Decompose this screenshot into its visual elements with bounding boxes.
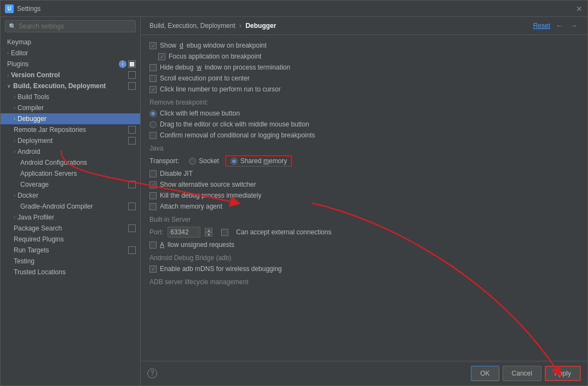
transport-row: Transport: Socket Shared memory	[149, 155, 579, 166]
sidebar-item-keymap[interactable]: Keymap	[1, 37, 140, 48]
sidebar-item-label: Debugger	[18, 115, 47, 123]
deploy-badges	[128, 137, 136, 145]
sidebar-item-label: Version Control	[11, 71, 60, 79]
settings-badge	[128, 82, 136, 90]
ok-button[interactable]: OK	[471, 366, 499, 381]
sidebar: 🔍 Keymap › Editor Plugins i ⬜	[1, 17, 141, 385]
checkbox-attach-memory[interactable]	[149, 203, 157, 210]
checkbox-show-debug-window[interactable]	[149, 42, 157, 49]
reset-link[interactable]: Reset	[533, 22, 550, 30]
settings-badge	[128, 246, 136, 254]
sidebar-item-plugins[interactable]: Plugins i ⬜	[1, 59, 140, 70]
checkbox-click-line-number[interactable]	[149, 86, 157, 93]
checkbox-hide-debug-window[interactable]	[149, 64, 157, 71]
sidebar-item-required-plugins[interactable]: Required Plugins	[1, 234, 140, 245]
transport-option-shared-memory[interactable]: Shared memory	[226, 155, 292, 166]
checkbox-kill-debug[interactable]	[149, 192, 157, 199]
sidebar-item-version-control[interactable]: › Version Control	[1, 70, 140, 80]
checkbox-disable-jit[interactable]	[149, 170, 157, 177]
run-badges	[128, 246, 136, 254]
transport-label: Transport:	[149, 157, 179, 165]
sidebar-item-compiler[interactable]: › Compiler	[1, 102, 140, 113]
sidebar-item-label: Android	[18, 148, 40, 155]
checkbox-confirm-removal[interactable]	[149, 132, 157, 139]
sidebar-item-build-execution[interactable]: ∨ Build, Execution, Deployment	[1, 80, 140, 91]
cancel-button[interactable]: Cancel	[503, 366, 541, 381]
label-confirm-removal: Confirm removal of conditional or loggin…	[160, 131, 315, 139]
sidebar-item-remote-jar[interactable]: Remote Jar Repositories	[1, 124, 140, 135]
label-attach-memory: Attach memory agent	[160, 203, 222, 210]
breadcrumb-separator: ›	[239, 22, 243, 30]
settings-badge	[128, 71, 136, 79]
forward-button[interactable]: →	[569, 21, 579, 30]
sidebar-item-trusted-locations[interactable]: Trusted Locations	[1, 267, 140, 278]
setting-focus-app: Focus application on breakpoint	[149, 53, 579, 60]
settings-badge	[128, 224, 136, 232]
radio-shared-memory[interactable]	[230, 158, 238, 165]
port-input[interactable]	[168, 227, 200, 238]
label-show-debug-window: Show debug window on breakpoint	[160, 42, 267, 49]
checkbox-scroll-execution[interactable]	[149, 75, 157, 82]
close-button[interactable]: ✕	[575, 5, 583, 13]
sidebar-item-testing[interactable]: Testing	[1, 256, 140, 267]
setting-scroll-execution: Scroll execution point to center	[149, 74, 579, 82]
bed-badges	[128, 82, 136, 90]
checkbox-external-connections[interactable]	[221, 229, 228, 236]
setting-click-line-number: Click line number to perform run to curs…	[149, 85, 579, 93]
sidebar-item-label: Remote Jar Repositories	[14, 126, 86, 134]
checkbox-show-alt-source[interactable]	[149, 181, 157, 188]
footer-buttons: OK Cancel Apply	[471, 366, 581, 381]
checkbox-allow-unsigned[interactable]	[149, 241, 157, 249]
sidebar-item-label: Build Tools	[18, 93, 49, 101]
sidebar-item-build-tools[interactable]: › Build Tools	[1, 91, 140, 102]
breadcrumb-bar: Build, Execution, Deployment › Debugger …	[141, 17, 587, 35]
label-click-line-number: Click line number to perform run to curs…	[160, 85, 281, 93]
main-content: Build, Execution, Deployment › Debugger …	[141, 17, 587, 385]
apply-button[interactable]: Apply	[545, 366, 581, 381]
settings-badge	[128, 181, 136, 188]
checkbox-focus-app[interactable]	[158, 53, 165, 60]
sidebar-item-editor[interactable]: › Editor	[1, 48, 140, 59]
sidebar-item-package-search[interactable]: Package Search	[1, 223, 140, 234]
sidebar-item-label: Android Configurations	[20, 159, 87, 166]
breadcrumb-path: Build, Execution, Deployment	[149, 22, 235, 30]
sidebar-item-android-configs[interactable]: Android Configurations	[1, 157, 140, 168]
search-box[interactable]: 🔍	[5, 20, 136, 32]
sidebar-item-run-targets[interactable]: Run Targets	[1, 245, 140, 256]
sidebar-item-app-servers[interactable]: Application Servers	[1, 168, 140, 179]
section-remove-breakpoint: Remove breakpoint:	[149, 99, 579, 106]
sidebar-item-label: Build, Execution, Deployment	[13, 82, 106, 90]
settings-panel: Show debug window on breakpoint Focus ap…	[141, 35, 587, 361]
expand-arrow: ›	[14, 193, 15, 198]
pkg-badges	[128, 224, 136, 232]
sidebar-item-deployment[interactable]: › Deployment	[1, 135, 140, 146]
sidebar-item-label: Deployment	[18, 137, 53, 145]
sidebar-item-label: Editor	[11, 49, 28, 57]
back-button[interactable]: ←	[555, 21, 564, 30]
sidebar-item-gradle-android[interactable]: Gradle-Android Compiler	[1, 201, 140, 212]
radio-click-left[interactable]	[149, 110, 157, 117]
transport-option-socket[interactable]: Socket	[189, 157, 219, 165]
app-icon: U	[5, 4, 14, 13]
sidebar-item-coverage[interactable]: Coverage	[1, 179, 140, 190]
label-kill-debug: Kill the debug process immediately	[160, 192, 261, 199]
setting-show-alt-source: Show alternative source switcher	[149, 181, 579, 188]
sidebar-list: Keymap › Editor Plugins i ⬜ ›	[1, 36, 140, 385]
sidebar-item-java-profiler[interactable]: › Java Profiler	[1, 212, 140, 223]
help-button[interactable]: ?	[147, 368, 157, 378]
settings-badge: ⬜	[128, 60, 136, 68]
port-spinner-up[interactable]: ▲	[205, 228, 212, 232]
radio-socket[interactable]	[189, 158, 196, 165]
info-badge: i	[119, 60, 126, 68]
sidebar-item-docker[interactable]: › Docker	[1, 190, 140, 201]
radio-drag-editor[interactable]	[149, 121, 157, 128]
setting-kill-debug: Kill the debug process immediately	[149, 192, 579, 199]
search-input[interactable]	[19, 22, 132, 30]
sidebar-item-android[interactable]: › Android	[1, 146, 140, 157]
label-socket: Socket	[199, 157, 219, 165]
sidebar-item-debugger[interactable]: › Debugger	[1, 113, 140, 124]
checkbox-enable-adb[interactable]	[149, 266, 157, 273]
section-adb: Android Debug Bridge (adb)	[149, 254, 579, 262]
port-spinner-down[interactable]: ▼	[205, 232, 212, 237]
expand-arrow: ∨	[7, 83, 11, 89]
